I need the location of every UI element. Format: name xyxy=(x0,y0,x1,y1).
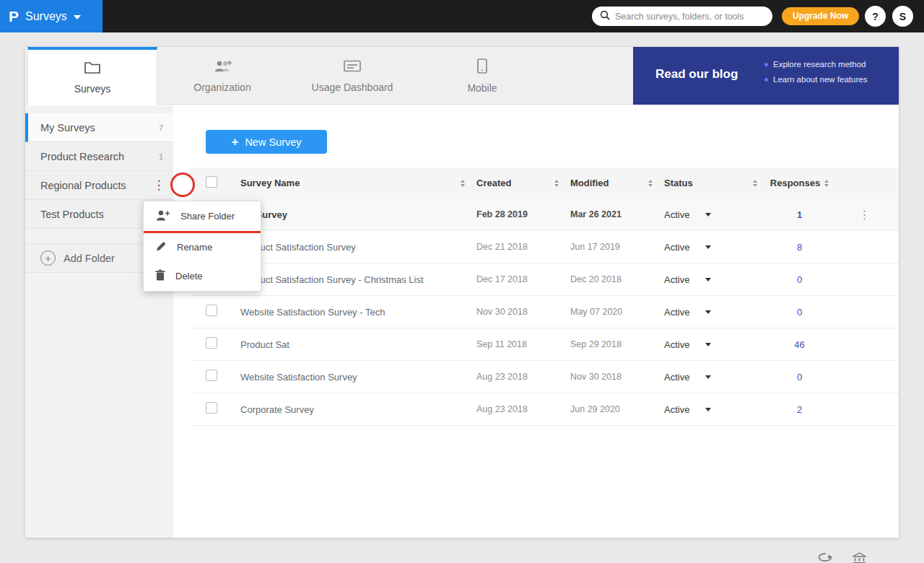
blog-bullet: Explore research method xyxy=(764,60,867,69)
status-dropdown-icon[interactable] xyxy=(705,245,711,249)
created-date: Dec 17 2018 xyxy=(476,274,528,284)
table-row: Product Sat Sep 11 2018 Sep 29 2018 Acti… xyxy=(191,328,899,361)
responses-count[interactable]: 8 xyxy=(797,242,802,253)
status-dropdown-icon[interactable] xyxy=(705,375,711,379)
mobile-icon xyxy=(477,58,487,76)
folder-kebab-menu-icon[interactable]: ⋮ xyxy=(152,178,166,193)
tab-label: Usage Dashboard xyxy=(312,82,393,93)
top-bar: P Surveys Upgrade Now ? S xyxy=(0,0,924,32)
survey-name-link[interactable]: Corporate Survey xyxy=(240,404,314,415)
status-dropdown-icon[interactable] xyxy=(705,343,711,346)
sidebar-item-product-research[interactable]: Product Research 1 xyxy=(25,142,173,171)
survey-name-link[interactable]: Website Satisfaction Survey xyxy=(240,372,357,383)
status-value: Active xyxy=(664,339,689,350)
modified-date: Sep 29 2018 xyxy=(570,339,622,349)
survey-name-link[interactable]: Website Satisfaction Survey - Tech xyxy=(240,307,385,318)
modified-date: May 07 2020 xyxy=(570,307,622,317)
blog-bullet-text: Learn about new features xyxy=(773,75,867,84)
tab-mobile[interactable]: Mobile xyxy=(417,47,547,105)
header-responses[interactable]: Responses xyxy=(770,178,820,188)
responses-count[interactable]: 0 xyxy=(797,307,802,318)
created-date: Aug 23 2018 xyxy=(476,372,528,382)
row-checkbox[interactable] xyxy=(206,337,217,349)
sort-icon[interactable] xyxy=(824,180,829,187)
share-person-icon xyxy=(155,209,170,223)
tab-usage-dashboard[interactable]: Usage Dashboard xyxy=(287,47,417,105)
responses-count[interactable]: 2 xyxy=(797,404,802,415)
status-value: Active xyxy=(664,242,689,253)
select-all-checkbox[interactable] xyxy=(206,176,217,188)
status-dropdown-icon[interactable] xyxy=(705,278,711,282)
pencil-icon xyxy=(155,240,167,254)
header-survey-name[interactable]: Survey Name xyxy=(240,178,300,188)
table-row: Corporate Survey Aug 23 2018 Jun 29 2020… xyxy=(191,393,899,426)
bullet-dot-icon xyxy=(764,78,768,82)
created-date: Feb 28 2019 xyxy=(476,209,528,219)
blog-bullet-text: Explore research method xyxy=(773,60,866,69)
sidebar-item-my-surveys[interactable]: My Surveys 7 xyxy=(25,113,173,142)
row-checkbox[interactable] xyxy=(206,305,217,316)
header-status[interactable]: Status xyxy=(664,178,693,188)
folder-icon xyxy=(84,61,101,77)
menu-item-label: Rename xyxy=(177,242,212,253)
responses-count[interactable]: 0 xyxy=(797,274,802,285)
search-icon xyxy=(600,10,610,23)
responses-count[interactable]: 46 xyxy=(794,339,804,350)
sidebar-item-regional-products[interactable]: Regional Products ⋮ xyxy=(25,171,173,200)
add-folder-label: Add Folder xyxy=(64,253,115,264)
menu-item-share-folder[interactable]: Share Folder xyxy=(144,201,261,233)
menu-item-rename[interactable]: Rename xyxy=(144,233,261,261)
new-survey-button[interactable]: + New Survey xyxy=(206,130,327,154)
menu-item-delete[interactable]: Delete xyxy=(144,261,261,291)
responses-count[interactable]: 0 xyxy=(797,372,802,383)
chevron-down-icon xyxy=(74,15,81,19)
tab-label: Organization xyxy=(193,82,250,93)
status-value: Active xyxy=(664,209,689,220)
avatar[interactable]: S xyxy=(892,6,913,27)
upgrade-now-button[interactable]: Upgrade Now xyxy=(782,7,859,25)
blog-banner: Read our blog Explore research method Le… xyxy=(633,47,899,105)
blog-bullet: Learn about new features xyxy=(764,75,867,84)
created-date: Dec 21 2018 xyxy=(476,242,528,252)
row-kebab-menu-icon[interactable]: ⋮ xyxy=(830,208,899,222)
folder-count: 1 xyxy=(159,152,163,161)
footer-toolbar xyxy=(818,552,866,563)
archive-bank-icon[interactable] xyxy=(853,552,866,563)
folder-count: 7 xyxy=(159,123,163,132)
row-checkbox[interactable] xyxy=(206,402,217,414)
row-checkbox[interactable] xyxy=(206,370,217,381)
responses-count[interactable]: 1 xyxy=(797,209,802,220)
sort-icon[interactable] xyxy=(648,180,653,187)
sort-icon[interactable] xyxy=(554,180,559,187)
header-created[interactable]: Created xyxy=(476,178,511,188)
brand-label: Surveys xyxy=(25,10,67,23)
survey-name-link[interactable]: Product Sat xyxy=(240,339,289,350)
table-row: Product Satisfaction Survey Dec 21 2018 … xyxy=(191,231,899,263)
table-row: Website Satisfaction Survey Aug 23 2018 … xyxy=(191,361,899,393)
header-modified[interactable]: Modified xyxy=(570,178,609,188)
tab-organization[interactable]: Organization xyxy=(157,47,287,105)
sort-icon[interactable] xyxy=(753,180,757,187)
survey-name-link[interactable]: Product Satisfaction Survey - Christmas … xyxy=(240,274,424,285)
status-value: Active xyxy=(664,372,689,383)
modified-date: Mar 26 2021 xyxy=(570,209,622,219)
status-dropdown-icon[interactable] xyxy=(705,408,711,411)
status-dropdown-icon[interactable] xyxy=(705,213,711,217)
status-dropdown-icon[interactable] xyxy=(705,310,711,314)
sort-icon[interactable] xyxy=(461,180,465,187)
tab-label: Mobile xyxy=(467,82,497,94)
modified-date: Nov 30 2018 xyxy=(570,372,622,382)
brand-menu[interactable]: P Surveys xyxy=(0,0,103,32)
status-value: Active xyxy=(664,404,689,415)
help-button[interactable]: ? xyxy=(865,6,886,27)
table-row: Product Satisfaction Survey - Christmas … xyxy=(191,263,899,296)
dashboard-icon xyxy=(344,59,361,75)
folder-label: Regional Products xyxy=(40,180,126,191)
folder-context-menu: Share Folder Rename Delete xyxy=(143,201,261,292)
modified-date: Dec 20 2018 xyxy=(570,274,622,284)
restore-icon[interactable] xyxy=(818,552,834,563)
search-input[interactable] xyxy=(615,12,764,22)
tab-surveys[interactable]: Surveys xyxy=(27,47,157,105)
table-header: Survey Name Created Modified Status Resp… xyxy=(191,167,899,198)
read-blog-link[interactable]: Read our blog xyxy=(655,67,738,82)
